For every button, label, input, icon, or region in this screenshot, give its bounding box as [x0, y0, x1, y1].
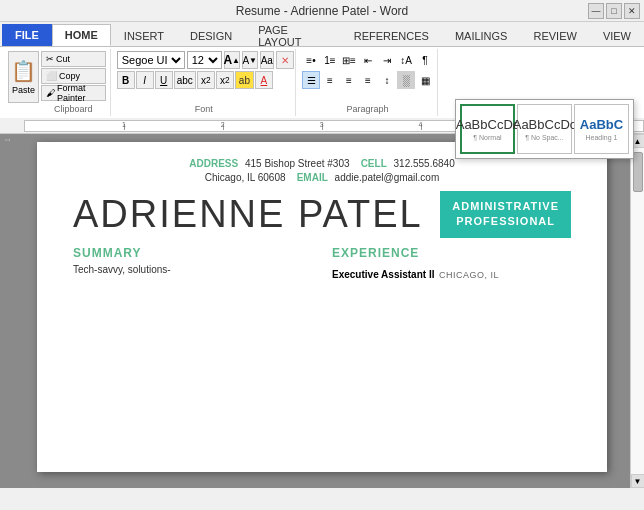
ruler-label-1: 1 — [122, 121, 126, 128]
city-state: Chicago, IL 60608 — [205, 172, 286, 183]
bold-button[interactable]: B — [117, 71, 135, 89]
experience-heading: EXPERIENCE — [332, 246, 571, 260]
tab-view[interactable]: VIEW — [590, 24, 644, 46]
shading-button[interactable]: ░ — [397, 71, 415, 89]
resume-sections: SUMMARY Tech-savvy, solutions- EXPERIENC… — [73, 246, 571, 282]
restore-btn[interactable]: □ — [606, 3, 622, 19]
show-hide-button[interactable]: ¶ — [416, 51, 434, 69]
paragraph-group: ≡• 1≡ ⊞≡ ⇤ ⇥ ↕A ¶ ☰ ≡ ≡ ≡ ↕ ░ ▦ Paragrap… — [298, 49, 438, 116]
paste-button[interactable]: 📋 Paste — [8, 51, 39, 103]
address-value: 415 Bishop Street #303 — [245, 158, 350, 169]
styles-popup: AaBbCcDc ¶ Normal AaBbCcDc ¶ No Spac... … — [455, 99, 634, 159]
text-highlight-button[interactable]: ab — [235, 71, 254, 89]
style-heading1-card[interactable]: AaBbC Heading 1 — [574, 104, 629, 154]
font-name-select[interactable]: Segoe UI — [117, 51, 185, 69]
font-label: Font — [117, 102, 291, 114]
left-bar: 1 — [0, 134, 14, 488]
clear-format-button[interactable]: ✕ — [276, 51, 294, 69]
superscript-button[interactable]: x2 — [216, 71, 234, 89]
ribbon-content: 📋 Paste ✂ Cut ⬜ Copy 🖌 Format Painter Cl… — [0, 46, 644, 118]
tab-home[interactable]: HOME — [52, 24, 111, 46]
doc-page: ADDRESS 415 Bishop Street #303 CELL 312.… — [37, 142, 607, 472]
strikethrough-button[interactable]: abc — [174, 71, 196, 89]
style-nospacing-card[interactable]: AaBbCcDc ¶ No Spac... — [517, 104, 572, 154]
font-color-button[interactable]: A — [255, 71, 273, 89]
format-painter-icon: 🖌 — [46, 88, 55, 98]
underline-button[interactable]: U — [155, 71, 173, 89]
cut-button[interactable]: ✂ Cut — [41, 51, 106, 67]
font-size-select[interactable]: 12 — [187, 51, 222, 69]
tab-review[interactable]: REVIEW — [520, 24, 589, 46]
styles-group: Styles AaBbCcDc ¶ Normal AaBbCcDc ¶ No S… — [440, 49, 640, 116]
right-scrollbar: ▲ ▼ — [630, 134, 644, 488]
cell-value: 312.555.6840 — [394, 158, 455, 169]
paste-icon: 📋 — [11, 59, 36, 83]
window-controls: — □ ✕ — [588, 3, 640, 19]
borders-button[interactable]: ▦ — [416, 71, 434, 89]
numbering-button[interactable]: 1≡ — [321, 51, 339, 69]
resume-title-line1: ADMINISTRATIVE — [452, 200, 559, 212]
style-normal-card[interactable]: AaBbCcDc ¶ Normal — [460, 104, 515, 154]
ruler-label-4: 4 — [419, 121, 423, 128]
scroll-down-button[interactable]: ▼ — [631, 474, 645, 488]
change-case-button[interactable]: Aa — [260, 51, 274, 69]
tab-insert[interactable]: INSERT — [111, 24, 177, 46]
decrease-indent-button[interactable]: ⇤ — [359, 51, 377, 69]
copy-icon: ⬜ — [46, 71, 57, 81]
resume-name-section: ADRIENNE PATEL ADMINISTRATIVE PROFESSION… — [73, 191, 571, 238]
align-left-button[interactable]: ☰ — [302, 71, 320, 89]
job-company: CHICAGO, IL — [439, 270, 499, 280]
scroll-track[interactable] — [631, 148, 644, 474]
bullets-button[interactable]: ≡• — [302, 51, 320, 69]
nospacing-preview: AaBbCcDc — [513, 117, 577, 132]
clipboard-col: ✂ Cut ⬜ Copy 🖌 Format Painter Clipboard — [41, 51, 106, 114]
tab-page-layout[interactable]: PAGE LAYOUT — [245, 24, 341, 46]
tab-mailings[interactable]: MAILINGS — [442, 24, 521, 46]
heading1-preview: AaBbC — [580, 117, 623, 132]
cut-icon: ✂ — [46, 54, 54, 64]
email-value: addie.patel@gmail.com — [335, 172, 440, 183]
document-area: 1 ADDRESS 415 Bishop Street #303 CELL 31… — [0, 134, 644, 488]
justify-button[interactable]: ≡ — [359, 71, 377, 89]
increase-font-button[interactable]: A▲ — [224, 51, 240, 69]
increase-indent-button[interactable]: ⇥ — [378, 51, 396, 69]
ruler-label-3: 3 — [320, 121, 324, 128]
copy-button[interactable]: ⬜ Copy — [41, 68, 106, 84]
align-center-button[interactable]: ≡ — [321, 71, 339, 89]
sort-button[interactable]: ↕A — [397, 51, 415, 69]
address-line: ADDRESS 415 Bishop Street #303 CELL 312.… — [73, 158, 571, 169]
resume-title-box: ADMINISTRATIVE PROFESSIONAL — [440, 191, 571, 238]
ruler-label-2: 2 — [221, 121, 225, 128]
resume-contact: ADDRESS 415 Bishop Street #303 CELL 312.… — [73, 158, 571, 183]
nospacing-label: ¶ No Spac... — [525, 134, 563, 141]
heading1-label: Heading 1 — [586, 134, 618, 141]
para-row1: ≡• 1≡ ⊞≡ ⇤ ⇥ ↕A ¶ — [302, 51, 433, 69]
title-bar: Resume - Adrienne Patel - Word — □ ✕ — [0, 0, 644, 22]
format-painter-button[interactable]: 🖌 Format Painter — [41, 85, 106, 101]
minimize-btn[interactable]: — — [588, 3, 604, 19]
normal-label: ¶ Normal — [473, 134, 501, 141]
summary-heading: SUMMARY — [73, 246, 312, 260]
tab-references[interactable]: REFERENCES — [341, 24, 442, 46]
tab-file[interactable]: FILE — [2, 24, 52, 46]
summary-col: SUMMARY Tech-savvy, solutions- — [73, 246, 312, 282]
scroll-thumb[interactable] — [633, 152, 643, 192]
paragraph-label: Paragraph — [302, 102, 433, 114]
address-label: ADDRESS — [189, 158, 238, 169]
cell-label: CELL — [361, 158, 387, 169]
subscript-button[interactable]: x2 — [197, 71, 215, 89]
para-row2: ☰ ≡ ≡ ≡ ↕ ░ ▦ — [302, 71, 433, 89]
font-group: Segoe UI 12 A▲ A▼ Aa ✕ B I U abc x2 x2 a… — [113, 49, 296, 116]
multilevel-button[interactable]: ⊞≡ — [340, 51, 358, 69]
job-title: Executive Assistant II — [332, 269, 434, 280]
align-right-button[interactable]: ≡ — [340, 71, 358, 89]
page-indicator: 1 — [4, 138, 11, 142]
city-line: Chicago, IL 60608 EMAIL addie.patel@gmai… — [73, 172, 571, 183]
tab-design[interactable]: DESIGN — [177, 24, 245, 46]
close-btn[interactable]: ✕ — [624, 3, 640, 19]
doc-scroll[interactable]: ADDRESS 415 Bishop Street #303 CELL 312.… — [14, 134, 630, 488]
italic-button[interactable]: I — [136, 71, 154, 89]
window-title: Resume - Adrienne Patel - Word — [236, 4, 409, 18]
decrease-font-button[interactable]: A▼ — [242, 51, 258, 69]
line-spacing-button[interactable]: ↕ — [378, 71, 396, 89]
